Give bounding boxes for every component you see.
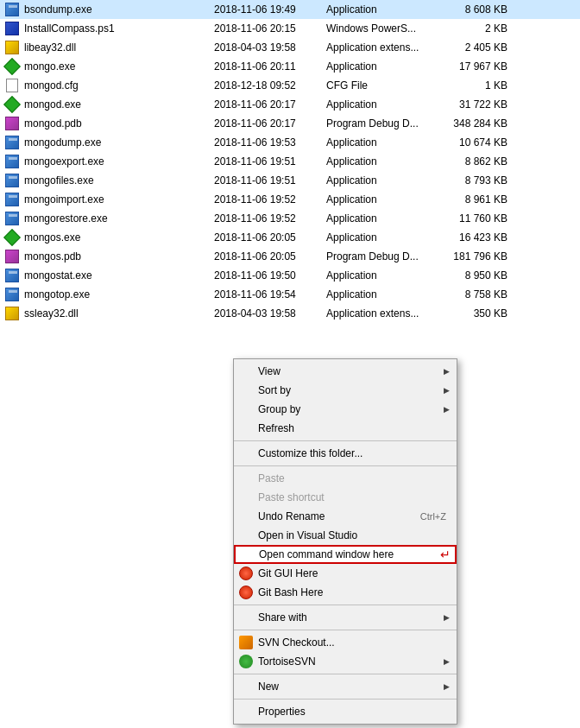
file-size: 8 961 KB — [438, 193, 508, 206]
file-name: mongostat.exe — [24, 269, 214, 282]
file-name: mongod.exe — [24, 98, 214, 111]
file-row[interactable]: mongos.exe2018-11-06 20:05Application16 … — [0, 228, 580, 247]
menu-item-label: Customize this folder... — [258, 447, 446, 459]
menu-item-paste-shortcut[interactable]: Paste shortcut — [234, 488, 457, 507]
file-icon-exe — [3, 286, 21, 303]
menu-item-tortoise-svn[interactable]: TortoiseSVN — [234, 652, 457, 671]
menu-item-view[interactable]: View — [234, 362, 457, 381]
file-date: 2018-11-06 20:15 — [214, 22, 326, 35]
menu-item-label: Paste shortcut — [258, 491, 446, 503]
file-row[interactable]: mongodump.exe2018-11-06 19:53Application… — [0, 133, 580, 152]
file-icon-dll — [3, 39, 21, 56]
file-name: libeay32.dll — [24, 41, 214, 54]
file-type: CFG File — [326, 79, 438, 92]
menu-separator — [234, 440, 457, 441]
menu-item-label: Git Bash Here — [258, 586, 446, 598]
file-size: 10 674 KB — [438, 136, 508, 149]
file-row[interactable]: mongod.pdb2018-11-06 20:17Program Debug … — [0, 114, 580, 133]
file-name: mongod.pdb — [24, 117, 214, 130]
file-size: 8 758 KB — [438, 288, 508, 301]
file-icon-exe — [3, 267, 21, 284]
file-row[interactable]: mongoimport.exe2018-11-06 19:52Applicati… — [0, 190, 580, 209]
file-type: Application — [326, 288, 438, 301]
file-size: 350 KB — [438, 307, 508, 320]
file-name: mongod.cfg — [24, 79, 214, 92]
menu-separator — [234, 699, 457, 700]
file-date: 2018-11-06 19:49 — [214, 3, 326, 16]
menu-item-label: Group by — [258, 403, 446, 415]
file-size: 8 862 KB — [438, 155, 508, 168]
file-row[interactable]: mongorestore.exe2018-11-06 19:52Applicat… — [0, 209, 580, 228]
file-row[interactable]: bsondump.exe2018-11-06 19:49Application8… — [0, 0, 580, 19]
file-name: mongorestore.exe — [24, 212, 214, 225]
tortoise-icon — [239, 655, 253, 668]
file-size: 8 793 KB — [438, 174, 508, 187]
file-date: 2018-12-18 09:52 — [214, 79, 326, 92]
file-name: mongofiles.exe — [24, 174, 214, 187]
menu-item-open-command-window[interactable]: Open command window here — [234, 545, 457, 564]
file-row[interactable]: libeay32.dll2018-04-03 19:58Application … — [0, 38, 580, 57]
file-list: bsondump.exe2018-11-06 19:49Application8… — [0, 0, 580, 323]
menu-item-svn-checkout[interactable]: SVN Checkout... — [234, 633, 457, 652]
file-type: Application — [326, 136, 438, 149]
file-name: mongos.pdb — [24, 250, 214, 263]
file-icon-green-diamond — [3, 96, 21, 113]
menu-item-label: New — [258, 681, 446, 693]
file-row[interactable]: mongos.pdb2018-11-06 20:05Program Debug … — [0, 247, 580, 266]
file-icon-pdb — [3, 115, 21, 132]
menu-item-group-by[interactable]: Group by — [234, 400, 457, 419]
file-icon-green-diamond — [3, 58, 21, 75]
menu-item-label: Paste — [258, 472, 446, 484]
menu-item-customize-folder[interactable]: Customize this folder... — [234, 444, 457, 463]
file-row[interactable]: mongostat.exe2018-11-06 19:50Application… — [0, 266, 580, 285]
file-type: Application — [326, 60, 438, 73]
file-size: 8 950 KB — [438, 269, 508, 282]
file-icon-dll — [3, 305, 21, 322]
file-type: Program Debug D... — [326, 117, 438, 130]
menu-item-label: TortoiseSVN — [258, 655, 446, 668]
menu-item-label: Open command window here — [259, 548, 445, 560]
file-row[interactable]: mongo.exe2018-11-06 20:11Application17 9… — [0, 57, 580, 76]
file-name: mongo.exe — [24, 60, 214, 73]
menu-item-new[interactable]: New — [234, 677, 457, 696]
file-row[interactable]: mongod.cfg2018-12-18 09:52CFG File1 KB — [0, 76, 580, 95]
file-icon-exe — [3, 191, 21, 208]
file-size: 16 423 KB — [438, 231, 508, 244]
menu-item-label: Sort by — [258, 384, 446, 396]
context-menu[interactable]: ViewSort byGroup byRefreshCustomize this… — [233, 358, 457, 725]
menu-item-label: Git GUI Here — [258, 567, 446, 579]
menu-item-share-with[interactable]: Share with — [234, 608, 457, 627]
menu-item-label: Undo Rename — [258, 510, 403, 522]
file-type: Application extens... — [326, 307, 438, 320]
menu-item-shortcut: Ctrl+Z — [420, 511, 446, 522]
file-row[interactable]: mongotop.exe2018-11-06 19:54Application8… — [0, 285, 580, 304]
file-row[interactable]: mongod.exe2018-11-06 20:17Application31 … — [0, 95, 580, 114]
file-row[interactable]: mongofiles.exe2018-11-06 19:51Applicatio… — [0, 171, 580, 190]
file-date: 2018-11-06 19:51 — [214, 155, 326, 168]
file-type: Application — [326, 155, 438, 168]
menu-item-git-bash[interactable]: Git Bash Here — [234, 583, 457, 602]
file-icon-exe — [3, 153, 21, 170]
file-name: ssleay32.dll — [24, 307, 214, 320]
menu-item-refresh[interactable]: Refresh — [234, 419, 457, 438]
file-icon-ps1 — [3, 20, 21, 37]
file-size: 17 967 KB — [438, 60, 508, 73]
file-icon-exe — [3, 134, 21, 151]
menu-item-paste[interactable]: Paste — [234, 469, 457, 488]
file-type: Application extens... — [326, 41, 438, 54]
file-date: 2018-11-06 19:51 — [214, 174, 326, 187]
file-row[interactable]: mongoexport.exe2018-11-06 19:51Applicati… — [0, 152, 580, 171]
menu-item-sort-by[interactable]: Sort by — [234, 381, 457, 400]
file-type: Windows PowerS... — [326, 22, 438, 35]
menu-item-undo-rename[interactable]: Undo RenameCtrl+Z — [234, 507, 457, 526]
file-row[interactable]: ssleay32.dll2018-04-03 19:58Application … — [0, 304, 580, 323]
menu-item-git-gui[interactable]: Git GUI Here — [234, 564, 457, 583]
file-row[interactable]: InstallCompass.ps12018-11-06 20:15Window… — [0, 19, 580, 38]
menu-item-open-visual-studio[interactable]: Open in Visual Studio — [234, 526, 457, 545]
file-name: InstallCompass.ps1 — [24, 22, 214, 35]
file-type: Application — [326, 212, 438, 225]
git-gui-icon — [239, 567, 253, 580]
file-type: Application — [326, 231, 438, 244]
menu-item-properties[interactable]: Properties — [234, 702, 457, 721]
file-size: 11 760 KB — [438, 212, 508, 225]
